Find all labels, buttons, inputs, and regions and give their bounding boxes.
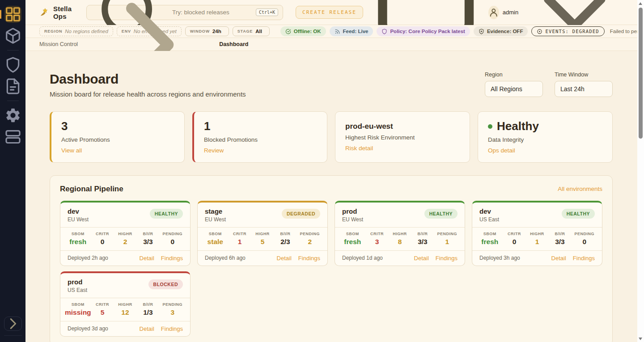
sidebar-item-security[interactable]: [4, 56, 21, 73]
pipeline-stat: B/I/R3/3: [411, 232, 434, 246]
stat-header: PENDING: [434, 232, 460, 236]
keyboard-shortcut-badge: Ctrl+K: [256, 8, 278, 16]
stat-value: 5: [91, 308, 114, 317]
pipeline-stat: B/I/R2/3: [274, 232, 297, 246]
all-environments-link[interactable]: All environments: [558, 186, 602, 192]
filter-chip-stage[interactable]: STAGEAll: [233, 26, 270, 36]
sidebar-item-documents[interactable]: [4, 78, 21, 95]
chip-label: REGION: [44, 29, 62, 34]
findings-link[interactable]: Findings: [161, 255, 183, 262]
stat-value: 3/3: [411, 238, 434, 246]
status-pill-events[interactable]: EVENTS: DEGRADED: [531, 26, 604, 36]
time-window-select[interactable]: Last 24h: [555, 81, 613, 97]
pipeline-card: prodEU WestHEALTHYSBOMfreshCRITR3HIGHR8B…: [335, 201, 465, 266]
stat-card-link[interactable]: Risk detail: [345, 145, 373, 152]
pipeline-stat: SBOMfresh: [339, 232, 366, 246]
region-name: US East: [68, 287, 87, 293]
stat-value: Healthy: [488, 120, 602, 133]
pipeline-stat: CRITR5: [91, 302, 114, 317]
stat-value: 0: [159, 238, 186, 246]
deployed-time: Deployed 3d ago: [68, 325, 133, 332]
breadcrumb-dashboard: Dashboard: [219, 41, 248, 47]
page-subtitle: Mission board for release health across …: [50, 90, 246, 98]
status-pill-policy[interactable]: Policy: Core Policy Pack latest: [377, 26, 470, 36]
environment-name: dev: [479, 207, 499, 215]
sidebar-item-servers[interactable]: [4, 128, 21, 145]
stat-header: B/I/R: [411, 232, 434, 236]
stat-header: HIGHR: [251, 232, 274, 236]
stat-card: 3Active PromotionsView all: [50, 111, 185, 163]
pipeline-stat: CRITR1: [229, 232, 251, 246]
region-name: EU West: [205, 216, 226, 223]
findings-link[interactable]: Findings: [436, 255, 458, 262]
vertical-scrollbar[interactable]: [637, 0, 644, 342]
stat-header: CRITR: [91, 232, 114, 236]
deployed-time: Deployed 6h ago: [205, 255, 270, 261]
environment-name: prod: [342, 207, 363, 215]
detail-link[interactable]: Detail: [277, 255, 292, 262]
stat-header: B/I/R: [136, 232, 159, 236]
stat-label: Active Promotions: [61, 136, 174, 143]
stat-value: 3: [159, 308, 186, 317]
status-pill-evidence[interactable]: Evidence: OFF: [474, 26, 528, 36]
detail-link[interactable]: Detail: [140, 325, 154, 332]
region-select[interactable]: All Regions: [485, 81, 543, 97]
detail-link[interactable]: Detail: [140, 255, 154, 262]
stat-header: SBOM: [65, 302, 91, 307]
pill-label: Evidence: OFF: [487, 29, 523, 34]
stat-value: 12: [114, 308, 137, 317]
stat-card: 1Blocked PromotionsReview: [192, 111, 327, 163]
stat-value: fresh: [477, 238, 503, 246]
breadcrumb-mission-control[interactable]: Mission Control: [39, 41, 78, 47]
sidebar-expand-button[interactable]: [4, 317, 22, 331]
stat-header: PENDING: [159, 232, 186, 236]
sidebar-item-packages[interactable]: [4, 27, 21, 44]
deployed-time: Deployed 1d ago: [342, 255, 407, 261]
stat-label: Blocked Promotions: [204, 136, 317, 143]
stat-header: HIGHR: [114, 302, 137, 307]
sidebar-item-settings[interactable]: [4, 107, 21, 124]
chip-value: All: [255, 29, 262, 34]
stat-value: fresh: [65, 238, 91, 246]
findings-link[interactable]: Findings: [573, 255, 595, 262]
pipeline-stat: SBOMmissing: [65, 302, 91, 317]
detail-link[interactable]: Detail: [414, 255, 429, 262]
region-name: US East: [479, 216, 499, 223]
stat-card: prod-eu-westHighest Risk EnvironmentRisk…: [335, 111, 470, 163]
stat-card-link[interactable]: Ops detail: [488, 147, 515, 154]
status-pill-offline[interactable]: Offline: OK: [280, 26, 326, 36]
pipeline-stat: CRITR0: [503, 232, 526, 246]
sidebar-item-dashboard[interactable]: [4, 6, 21, 23]
status-pill-feed[interactable]: Feed: Live: [330, 26, 373, 36]
stat-value: 1/3: [136, 308, 159, 317]
pill-label: EVENTS: DEGRADED: [545, 29, 599, 34]
stat-card-link[interactable]: View all: [61, 147, 82, 154]
detail-link[interactable]: Detail: [551, 255, 566, 262]
stat-value: 2: [114, 238, 137, 246]
breadcrumb: Mission Control Dashboard: [25, 38, 637, 51]
stat-value: 0: [571, 238, 597, 246]
stat-card-link[interactable]: Review: [204, 147, 224, 154]
pipeline-stat: B/I/R1/3: [136, 302, 159, 317]
pipeline-grid: devEU WestHEALTHYSBOMfreshCRITR0HIGHR2B/…: [60, 201, 602, 337]
scrollbar-thumb[interactable]: [639, 8, 643, 139]
stat-header: SBOM: [65, 232, 91, 236]
environment-name: prod: [68, 278, 87, 286]
stat-value: 1: [204, 120, 317, 133]
status-badge: HEALTHY: [562, 209, 595, 219]
scrollbar-down-arrow-icon[interactable]: [639, 338, 642, 340]
scrollbar-up-arrow-icon[interactable]: [639, 2, 642, 5]
stat-value: fresh: [339, 238, 366, 246]
region-name: EU West: [342, 216, 363, 223]
shield-icon: [381, 29, 387, 34]
comet-logo-icon: [39, 8, 49, 17]
findings-link[interactable]: Findings: [298, 255, 320, 262]
stat-header: CRITR: [229, 232, 251, 236]
pipeline-stat: CRITR3: [366, 232, 389, 246]
create-release-button[interactable]: CREATE RELEASE: [296, 6, 363, 19]
findings-link[interactable]: Findings: [161, 325, 183, 332]
pipeline-stat: PENDING1: [434, 232, 460, 246]
pill-label: Offline: OK: [294, 29, 321, 34]
environment-name: stage: [205, 207, 226, 215]
stat-value: 8: [389, 238, 411, 246]
